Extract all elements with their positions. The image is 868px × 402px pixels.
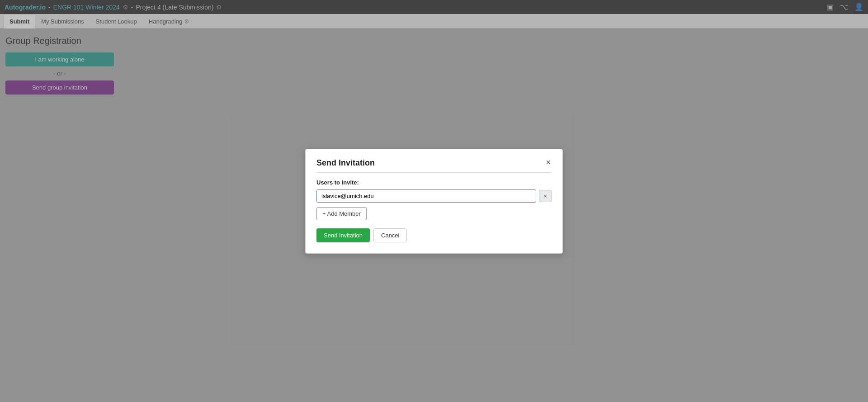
modal-close-button[interactable]: × [545, 158, 552, 166]
modal-actions: Send Invitation Cancel [316, 228, 552, 242]
send-invitation-button[interactable]: Send Invitation [316, 228, 370, 242]
invite-row: × [316, 189, 552, 203]
remove-member-button[interactable]: × [539, 190, 552, 202]
modal-title: Send Invitation [316, 158, 375, 168]
send-invitation-modal: Send Invitation × Users to Invite: × + A… [305, 149, 563, 254]
modal-header: Send Invitation × [316, 158, 552, 173]
add-member-button[interactable]: + Add Member [316, 207, 367, 220]
modal-overlay: Send Invitation × Users to Invite: × + A… [0, 0, 868, 402]
cancel-button[interactable]: Cancel [373, 228, 407, 242]
users-to-invite-label: Users to Invite: [316, 179, 552, 186]
email-input[interactable] [316, 189, 536, 203]
